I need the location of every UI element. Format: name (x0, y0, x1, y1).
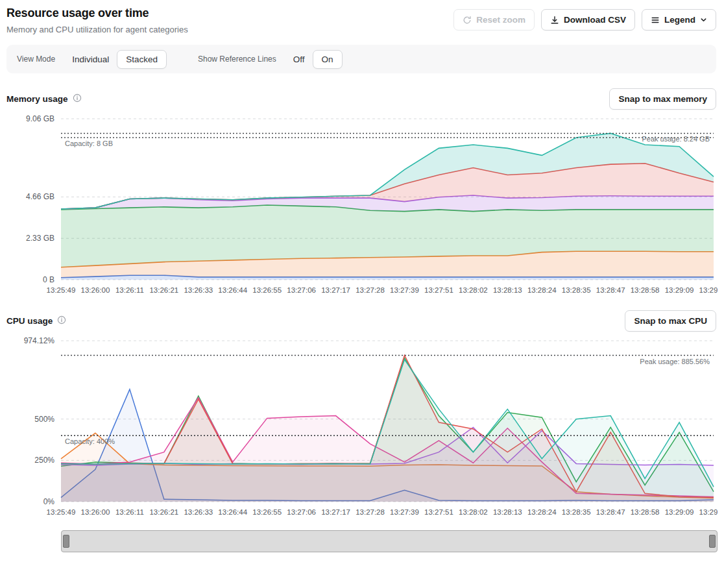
legend-list-icon (651, 16, 660, 25)
x-tick-label: 13:26:11 (115, 286, 144, 294)
reference-line-label: Capacity: 400% (65, 437, 115, 445)
header: Resource usage over time Memory and CPU … (6, 6, 716, 34)
reference-line-label: Peak usage: 8.24 GB (642, 135, 710, 143)
reference-line-label: Capacity: 8 GB (65, 140, 113, 147)
y-tick-label: 0 B (43, 275, 54, 284)
view-mode-individual[interactable]: Individual (64, 50, 117, 69)
legend-label: Legend (664, 15, 695, 25)
reset-zoom-icon (463, 16, 472, 25)
time-range-slider[interactable] (61, 530, 718, 552)
x-tick-label: 13:25:49 (47, 286, 76, 294)
x-tick-label: 13:27:39 (390, 508, 419, 516)
x-tick-label: 13:26:00 (81, 508, 110, 516)
cpu-chart[interactable]: 974.12%500%250%0%Capacity: 400%Peak usag… (6, 334, 718, 520)
x-tick-label: 13:26:00 (81, 286, 110, 294)
x-tick-label: 13:28:58 (631, 508, 660, 516)
x-tick-label: 13:28:35 (562, 286, 591, 294)
x-tick-label: 13:27:51 (424, 286, 453, 294)
time-range-brush-container (61, 530, 718, 552)
memory-section-header: Memory usage Snap to max memory (6, 88, 716, 110)
y-tick-label: 250% (34, 456, 54, 465)
brush-handle-left[interactable] (63, 535, 69, 548)
snap-to-max-cpu-button[interactable]: Snap to max CPU (625, 310, 716, 332)
view-mode-label: View Mode (17, 55, 55, 64)
reference-lines-off[interactable]: Off (285, 50, 313, 69)
x-tick-label: 13:29:09 (665, 286, 694, 294)
x-tick-label: 13:27:51 (424, 508, 453, 516)
x-tick-label: 13:27:28 (356, 508, 385, 516)
x-tick-label: 13:26:21 (149, 508, 178, 516)
x-tick-label: 13:26:33 (184, 286, 213, 294)
memory-title-text: Memory usage (6, 94, 68, 104)
reset-zoom-button[interactable]: Reset zoom (453, 9, 535, 31)
download-csv-label: Download CSV (564, 15, 626, 25)
series-area-teal (61, 360, 714, 502)
reset-zoom-label: Reset zoom (476, 15, 525, 25)
x-tick-label: 13:26:33 (184, 508, 213, 516)
x-tick-label: 13:28:24 (527, 286, 557, 294)
cpu-section-title: CPU usage (6, 315, 66, 326)
x-tick-label: 13:26:44 (218, 286, 247, 294)
cpu-title-text: CPU usage (6, 316, 53, 326)
info-icon[interactable] (57, 315, 66, 326)
x-tick-label: 13:27:39 (390, 286, 419, 294)
x-tick-label: 13:26:11 (115, 508, 144, 516)
x-tick-label: 13:25:49 (47, 508, 76, 516)
x-tick-label: 13:27:06 (287, 286, 316, 294)
x-tick-label: 13:28:02 (459, 508, 488, 516)
x-tick-label: 13:28:35 (562, 508, 591, 516)
legend-button[interactable]: Legend (642, 9, 716, 31)
y-tick-label: 500% (34, 415, 54, 424)
page-subtitle: Memory and CPU utilization for agent cat… (6, 25, 188, 34)
x-tick-label: 13:29:24 (699, 508, 718, 516)
x-tick-label: 13:28:24 (527, 508, 557, 516)
reference-lines-label: Show Reference Lines (198, 55, 276, 64)
chevron-down-icon (700, 16, 707, 23)
x-tick-label: 13:26:21 (149, 286, 178, 294)
y-tick-label: 974.12% (24, 336, 55, 345)
chart-controls-bar: View Mode Individual Stacked Show Refere… (6, 45, 716, 73)
x-tick-label: 13:26:44 (218, 508, 247, 516)
x-tick-label: 13:28:13 (493, 286, 522, 294)
reference-line-label: Peak usage: 885.56% (640, 358, 710, 365)
y-tick-label: 2.33 GB (26, 234, 54, 243)
page-title: Resource usage over time (6, 6, 188, 20)
info-icon[interactable] (73, 93, 82, 104)
cpu-section-header: CPU usage Snap to max CPU (6, 310, 716, 332)
x-tick-label: 13:27:28 (356, 286, 385, 294)
x-tick-label: 13:28:47 (596, 508, 625, 516)
x-tick-label: 13:27:17 (321, 286, 350, 294)
x-tick-label: 13:29:24 (699, 286, 718, 294)
memory-chart[interactable]: 9.06 GB4.66 GB2.33 GB0 BCapacity: 8 GBPe… (6, 112, 718, 298)
snap-to-max-memory-button[interactable]: Snap to max memory (609, 88, 716, 110)
reference-lines-on[interactable]: On (313, 50, 343, 69)
header-titles: Resource usage over time Memory and CPU … (6, 6, 188, 34)
x-tick-label: 13:28:02 (459, 286, 488, 294)
x-tick-label: 13:28:13 (493, 508, 522, 516)
x-tick-label: 13:27:17 (321, 508, 350, 516)
brush-handle-right[interactable] (709, 535, 716, 548)
x-tick-label: 13:28:47 (596, 286, 625, 294)
x-tick-label: 13:26:55 (252, 286, 282, 294)
x-tick-label: 13:27:06 (287, 508, 316, 516)
dashboard-page: Resource usage over time Memory and CPU … (0, 0, 724, 552)
x-tick-label: 13:29:09 (665, 508, 694, 516)
y-tick-label: 4.66 GB (26, 192, 54, 201)
download-csv-button[interactable]: Download CSV (541, 9, 635, 31)
x-tick-label: 13:28:58 (631, 286, 660, 294)
x-tick-label: 13:26:55 (252, 508, 282, 516)
memory-section-title: Memory usage (6, 93, 82, 104)
header-actions: Reset zoom Download CSV Legend (453, 6, 716, 31)
y-tick-label: 0% (43, 497, 55, 506)
download-icon (550, 16, 559, 25)
view-mode-stacked[interactable]: Stacked (117, 50, 167, 69)
y-tick-label: 9.06 GB (26, 114, 54, 123)
